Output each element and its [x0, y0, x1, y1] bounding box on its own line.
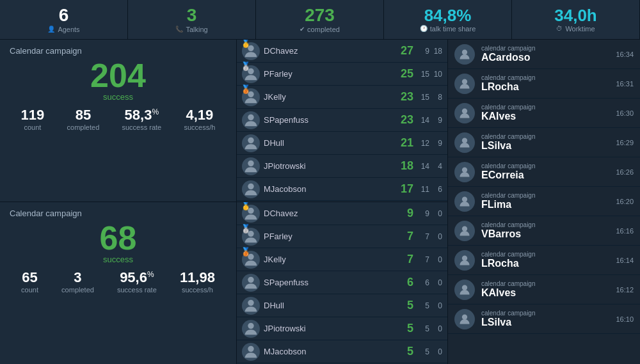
svg-point-21	[462, 255, 467, 260]
activity-avatar	[454, 74, 475, 94]
agent-stat1: 5	[413, 347, 429, 356]
agent-stat1: 5	[413, 301, 429, 310]
agent-avatar	[242, 180, 260, 198]
agent-stat1: 7	[413, 255, 429, 264]
agent-avatar	[242, 320, 260, 338]
activity-info: calendar campaign VBarros	[481, 221, 616, 240]
completed-label: completed	[307, 26, 340, 33]
agent-name: DChavez	[264, 46, 394, 56]
agent-avatar: 🥇	[242, 42, 260, 60]
campaign-stats-1: 65 count 3 completed 95,6% success rate …	[10, 269, 227, 294]
agent-row: MJacobson 5 5 0	[237, 340, 447, 363]
agent-stat2: 0	[429, 347, 442, 356]
agent-stat1: 5	[413, 324, 429, 333]
activity-item: calendar campaign KAlves 16:12	[448, 275, 640, 305]
medal-icon: 🥇	[241, 202, 251, 210]
agent-stat2: 0	[429, 255, 442, 264]
agent-stat2: 18	[429, 47, 442, 56]
stat-block-0-2: 58,3% success rate	[122, 107, 161, 131]
svg-point-19	[462, 196, 467, 202]
activity-item: calendar campaign LSilva 16:29	[448, 128, 640, 157]
activity-time: 16:20	[616, 198, 634, 205]
agent-stat1: 15	[413, 93, 429, 102]
agent-stat1: 12	[413, 139, 429, 148]
talk-time-icon: 🕐	[420, 25, 428, 32]
campaign-title-1: Calendar campaign	[10, 209, 227, 218]
activity-avatar	[454, 309, 475, 329]
svg-point-15	[462, 79, 467, 84]
stat-block-1-2: 95,6% success rate	[117, 269, 157, 294]
talking-value: 3	[187, 6, 197, 24]
agent-stat2: 0	[429, 278, 442, 287]
activity-name: FLima	[481, 199, 616, 210]
activity-time: 16:12	[616, 286, 634, 294]
agent-stat2: 0	[429, 324, 442, 333]
agent-avatar: 🥉	[242, 251, 260, 269]
agent-stat2: 0	[429, 301, 442, 310]
activity-avatar	[454, 221, 475, 241]
campaign-title-0: Calendar campaign	[10, 46, 227, 56]
activity-name: KAlves	[481, 287, 616, 299]
svg-point-20	[462, 226, 467, 231]
agent-stat2: 9	[429, 139, 442, 148]
activity-name: KAlves	[481, 111, 616, 122]
agent-name: JPiotrowski	[264, 161, 394, 171]
agent-row: SPapenfuss 6 6 0	[237, 271, 447, 294]
activity-campaign: calendar campaign	[481, 104, 616, 111]
stat-label-0-2: success rate	[122, 123, 161, 131]
svg-point-6	[248, 183, 253, 189]
activity-campaign: calendar campaign	[481, 162, 616, 170]
stat-value-1-1: 3	[61, 269, 94, 286]
activity-name: LSilva	[481, 140, 616, 152]
agent-stat2: 9	[429, 116, 442, 125]
stat-label-1-0: count	[21, 286, 38, 294]
agent-avatar	[242, 134, 260, 152]
stat-label-1-1: completed	[61, 286, 94, 294]
agent-avatar: 🥇	[242, 205, 260, 223]
svg-point-16	[462, 108, 467, 113]
agent-name: JKelly	[264, 255, 394, 264]
medal-icon: 🥈	[241, 61, 251, 71]
activity-info: calendar campaign KAlves	[481, 280, 616, 299]
agent-score: 7	[394, 230, 413, 243]
left-panels: Calendar campaign 204 success 119 count …	[0, 40, 237, 364]
agent-avatar	[242, 157, 260, 175]
activity-info: calendar campaign ECorreia	[481, 162, 616, 181]
activity-item: calendar campaign LSilva 16:10	[448, 305, 640, 334]
agent-score: 7	[394, 253, 413, 266]
agent-row: 🥉 JKelly 23 15 8	[237, 86, 447, 109]
agent-row: 🥈 PFarley 7 7 0	[237, 225, 447, 248]
svg-point-3	[248, 114, 253, 120]
stat-block-0-1: 85 completed	[67, 107, 100, 131]
medal-icon: 🥈	[241, 224, 251, 233]
agent-name: JPiotrowski	[264, 324, 394, 333]
activity-avatar	[454, 191, 475, 212]
activity-campaign: calendar campaign	[481, 221, 616, 228]
agent-score: 6	[394, 276, 413, 289]
activity-info: calendar campaign LSilva	[481, 310, 616, 328]
agent-avatar	[242, 297, 260, 315]
agent-name: SPapenfuss	[264, 115, 394, 125]
agent-score: 18	[394, 159, 413, 173]
agent-stat2: 6	[429, 185, 442, 194]
agent-row: JPiotrowski 18 14 4	[237, 155, 447, 178]
agent-score: 5	[394, 322, 413, 335]
activity-name: ECorreia	[481, 170, 616, 181]
agent-name: PFarley	[264, 232, 394, 241]
activity-name: VBarros	[481, 228, 616, 240]
agent-row: SPapenfuss 23 14 9	[237, 109, 447, 132]
activity-avatar	[454, 103, 475, 123]
activity-avatar	[454, 280, 475, 300]
activity-info: calendar campaign ACardoso	[481, 45, 616, 63]
agent-score: 21	[394, 136, 413, 150]
agent-avatar: 🥈	[242, 228, 260, 246]
agents-label: Agents	[58, 26, 79, 33]
stat-block-1-1: 3 completed	[61, 269, 94, 294]
stat-value-0-1: 85	[67, 107, 100, 123]
svg-point-23	[462, 314, 467, 319]
activity-name: ACardoso	[481, 52, 616, 63]
svg-point-4	[248, 137, 253, 143]
agent-row: MJacobson 17 11 6	[237, 178, 447, 201]
activity-time: 16:14	[616, 257, 634, 264]
talk-time-label: talk time share	[430, 25, 476, 33]
